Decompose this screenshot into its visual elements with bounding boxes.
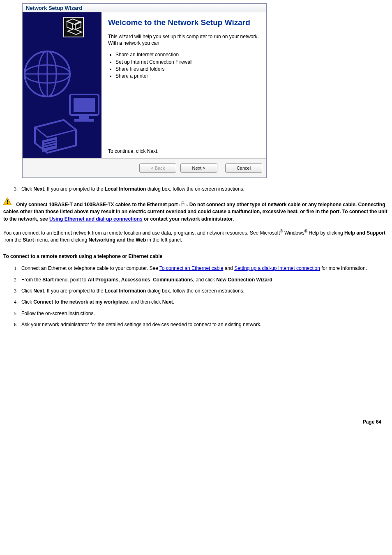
text: ,: [118, 277, 121, 283]
wizard-button-bar: < Back Next > Cancel: [23, 158, 266, 177]
text: Click: [21, 299, 33, 305]
text: .: [173, 299, 174, 305]
instruction-list-b: Connect an Ethernet or telephone cable t…: [3, 265, 389, 328]
bold-text: Start: [42, 277, 53, 283]
bold-text: Communications: [153, 277, 193, 283]
text: in the left panel.: [146, 237, 182, 243]
text: for more information.: [320, 265, 367, 271]
paragraph: You can connect to an Ethernet network f…: [3, 228, 389, 244]
wizard-bullet: Share an Internet connection: [115, 51, 260, 58]
wizard-feature-list: Share an Internet connection Set up Inte…: [108, 51, 260, 80]
svg-rect-10: [74, 119, 94, 122]
text: From the: [21, 277, 42, 283]
text: menu, point to: [54, 277, 88, 283]
wizard-bullet: Set up Internet Connection Firewall: [115, 59, 260, 66]
svg-rect-9: [79, 116, 89, 119]
bold-text: Start: [23, 237, 34, 243]
wizard-left-panel: [23, 12, 101, 158]
bold-text: Connect to the network at my workplace: [33, 299, 128, 305]
wizard-graphic: [23, 12, 101, 158]
text: . If you are prompted to the: [44, 288, 104, 294]
wizard-continue-text: To continue, click Next.: [108, 148, 260, 154]
bold-text: Help and Support: [344, 230, 385, 236]
svg-rect-15: [7, 203, 8, 204]
text: dialog box, follow the on-screen instruc…: [146, 186, 244, 192]
text: Follow the on-screen instructions.: [21, 311, 95, 316]
text: from the: [3, 237, 23, 243]
text: Ask your network administrator for the d…: [21, 322, 261, 327]
list-item: Connect an Ethernet or telephone cable t…: [19, 265, 389, 272]
link-connect-ethernet[interactable]: To connect an Ethernet cable: [159, 265, 223, 271]
registered-mark: ®: [304, 229, 307, 233]
bold-text: Next: [162, 299, 173, 305]
wizard-bullet: Share files and folders: [115, 66, 260, 73]
svg-rect-16: [180, 204, 182, 206]
text: Windows: [283, 230, 304, 236]
warning-icon: [3, 198, 12, 207]
text: Click: [21, 186, 33, 192]
text: and: [223, 265, 234, 271]
list-item: Ask your network administrator for the d…: [19, 321, 389, 328]
text: , and click: [193, 277, 217, 283]
ethernet-port-icon: [179, 201, 187, 208]
network-setup-wizard-dialog: Network Setup Wizard: [22, 3, 267, 178]
back-button[interactable]: < Back: [139, 164, 176, 173]
next-button[interactable]: Next >: [180, 164, 217, 173]
list-item: Click Connect to the network at my workp…: [19, 299, 389, 306]
page-footer: Page 64: [3, 419, 389, 425]
text: or contact your network administrator.: [143, 216, 234, 222]
text: .: [272, 277, 274, 283]
list-item: Follow the on-screen instructions.: [19, 310, 389, 317]
link-dialup-setup[interactable]: Setting up a dial-up Internet connection: [234, 265, 320, 271]
bold-text: Next: [33, 186, 44, 192]
bold-text: Accessories: [121, 277, 150, 283]
bold-text: All Programs: [88, 277, 118, 283]
bold-text: Local Information: [105, 288, 146, 294]
wizard-title: Network Setup Wizard: [26, 5, 82, 11]
section-subheading: To connect to a remote network using a t…: [3, 253, 389, 260]
text: Only connect 10BASE-T and 100BASE-TX cab…: [16, 202, 179, 207]
wizard-heading: Welcome to the Network Setup Wizard: [108, 18, 260, 28]
text: Click: [21, 288, 33, 294]
svg-rect-17: [184, 204, 186, 206]
list-item: From the Start menu, point to All Progra…: [19, 276, 389, 283]
text: You can connect to an Ethernet network f…: [3, 230, 280, 236]
text: , and then click: [128, 299, 162, 305]
bold-text: Local Information: [105, 186, 146, 192]
text: menu, and then clicking: [34, 237, 89, 243]
bold-text: Next: [33, 288, 44, 294]
document-body: Click Next. If you are prompted to the L…: [3, 186, 389, 329]
text: Help by clicking: [307, 230, 344, 236]
wizard-right-panel: Welcome to the Network Setup Wizard This…: [101, 12, 266, 158]
caution-text: Only connect 10BASE-T and 100BASE-TX cab…: [3, 202, 387, 222]
bold-text: New Connection Wizard: [216, 277, 272, 283]
cancel-button[interactable]: Cancel: [225, 164, 262, 173]
text: dialog box, follow the on-screen instruc…: [146, 288, 244, 294]
svg-rect-18: [182, 201, 184, 203]
wizard-bullet: Share a printer: [115, 73, 260, 80]
text: Connect an Ethernet or telephone cable t…: [21, 265, 159, 271]
text: . If you are prompted to the: [44, 186, 104, 192]
registered-mark: ®: [280, 229, 283, 233]
caution-block: Only connect 10BASE-T and 100BASE-TX cab…: [3, 198, 389, 223]
list-item: Click Next. If you are prompted to the L…: [19, 288, 389, 295]
instruction-list-a: Click Next. If you are prompted to the L…: [3, 186, 389, 193]
list-item: Click Next. If you are prompted to the L…: [19, 186, 389, 193]
bold-text: Networking and the Web: [88, 237, 146, 243]
svg-rect-8: [74, 98, 95, 112]
wizard-titlebar: Network Setup Wizard: [23, 4, 266, 12]
svg-rect-14: [7, 200, 8, 203]
link-ethernet-dialup[interactable]: Using Ethernet and dial-up connections: [49, 216, 143, 222]
wizard-intro-text: This wizard will help you set up this co…: [108, 33, 260, 46]
wizard-body: Welcome to the Network Setup Wizard This…: [23, 12, 266, 158]
